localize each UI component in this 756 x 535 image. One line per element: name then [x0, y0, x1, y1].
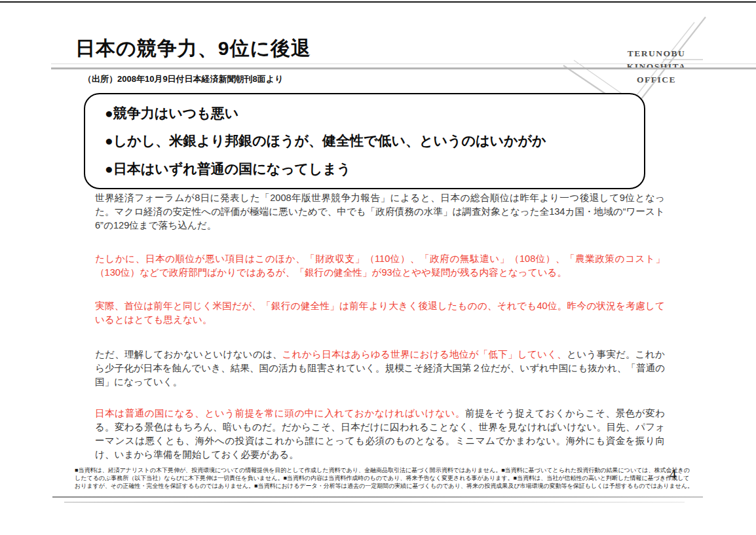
logo-text: TERUNOBU KINOSHITA OFFICE [594, 47, 719, 86]
page-title: 日本の競争力、9位に後退 [75, 35, 311, 62]
body-paragraph-5: 日本は普通の国になる、という前提を常に頭の中に入れておかなければいけない。前提を… [95, 407, 665, 462]
footer-rule-top [52, 496, 703, 498]
text-segment: ただ、理解しておかないといけないのは、 [95, 349, 282, 360]
logo-line-1: TERUNOBU [594, 47, 719, 60]
summary-box: ●競争力はいつも悪い ●しかし、米銀より邦銀のほうが、健全性で低い、というのはい… [84, 93, 645, 189]
source-citation: （出所）2008年10月9日付日本経済新聞朝刊8面より [83, 73, 283, 85]
body-paragraph-3: 実際、首位は前年と同じく米国だが、「銀行の健全性」は前年より大きく後退したものの… [95, 299, 665, 327]
body-paragraph-4: ただ、理解しておかないといけないのは、これから日本はあらゆる世界における地位が「… [95, 348, 665, 389]
text-segment: 実際、首位は前年と同じく米国だが、「銀行の健全性」は前年より大きく後退したものの… [95, 301, 665, 325]
footer-rule-bottom [64, 502, 685, 503]
disclaimer-line-3: おりますが、その正確性・完全性を保証するものではありません。■当資料におけるデー… [75, 482, 664, 490]
disclaimer-line-1: ■当資料は、経済アナリストの木下晃伸が、投資環境についての情報提供を目的として作… [75, 466, 664, 474]
summary-bullet-2: ●しかし、米銀より邦銀のほうが、健全性で低い、というのはいかがか [105, 132, 635, 150]
text-segment: 日本は普通の国になる、という前提を常に頭の中に入れておかなければいけない。 [95, 408, 465, 418]
slide-page: TERUNOBU KINOSHITA OFFICE 日本の競争力、9位に後退 （… [0, 0, 756, 535]
body-text: 世界経済フォーラムが8日に発表した「2008年版世界競争力報告」によると、日本の… [95, 191, 665, 481]
text-segment: 世界経済フォーラムが8日に発表した「2008年版世界競争力報告」によると、日本の… [95, 193, 665, 231]
top-border-line [0, 1, 756, 3]
text-segment: これから日本はあらゆる世界における地位が「低下」していく、 [282, 349, 567, 360]
page-number: 4 [670, 466, 677, 483]
disclaimer-line-2: したてるのぶ事務所（以下当社）ならびに木下晃伸は一切責任を負いません。■当資料の… [75, 474, 664, 482]
text-segment: たしかに、日本の順位が悪い項目はこのほか、「財政収支」（110位）、「政府の無駄… [95, 253, 665, 278]
summary-bullet-1: ●競争力はいつも悪い [105, 104, 635, 122]
body-paragraph-1: 世界経済フォーラムが8日に発表した「2008年版世界競争力報告」によると、日本の… [95, 191, 665, 232]
title-underline-top [51, 64, 756, 64]
title-underline-bottom [51, 67, 756, 69]
body-paragraph-2: たしかに、日本の順位が悪い項目はこのほか、「財政収支」（110位）、「政府の無駄… [95, 252, 665, 280]
logo-line-2: KINOSHITA [594, 60, 719, 73]
summary-bullet-3: ●日本はいずれ普通の国になってしまう [105, 160, 635, 178]
logo-line-3: OFFICE [594, 73, 719, 86]
disclaimer: ■当資料は、経済アナリストの木下晃伸が、投資環境についての情報提供を目的として作… [75, 466, 664, 490]
